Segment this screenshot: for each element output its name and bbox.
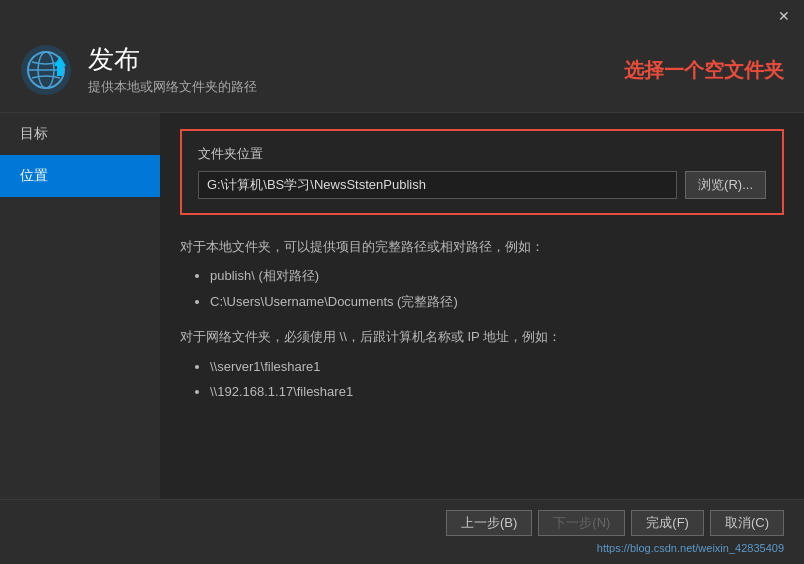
folder-input-row: 浏览(R)... xyxy=(198,171,766,199)
footer-buttons: 上一步(B) 下一步(N) 完成(F) 取消(C) xyxy=(446,510,784,536)
info-section: 对于本地文件夹，可以提供项目的完整路径或相对路径，例如： publish\ (相… xyxy=(180,235,784,403)
close-button[interactable]: ✕ xyxy=(772,4,796,28)
publish-dialog: ✕ 发布 提供本地或网络文件夹的路径 选择一个空文件夹 目标 xyxy=(0,0,804,564)
sidebar-item-target[interactable]: 目标 xyxy=(0,113,160,155)
prev-button[interactable]: 上一步(B) xyxy=(446,510,532,536)
footer-link[interactable]: https://blog.csdn.net/weixin_42835409 xyxy=(597,542,784,554)
cancel-button[interactable]: 取消(C) xyxy=(710,510,784,536)
header-text: 发布 提供本地或网络文件夹的路径 xyxy=(88,44,257,95)
folder-location-box: 文件夹位置 浏览(R)... xyxy=(180,129,784,215)
list-item: C:\Users\Username\Documents (完整路径) xyxy=(210,290,784,313)
dialog-footer: 上一步(B) 下一步(N) 完成(F) 取消(C) https://blog.c… xyxy=(0,499,804,564)
title-bar: ✕ xyxy=(0,0,804,32)
hint-text: 选择一个空文件夹 xyxy=(624,57,784,84)
finish-button[interactable]: 完成(F) xyxy=(631,510,704,536)
network-file-desc: 对于网络文件夹，必须使用 \\，后跟计算机名称或 IP 地址，例如： xyxy=(180,325,784,348)
browse-button[interactable]: 浏览(R)... xyxy=(685,171,766,199)
folder-location-label: 文件夹位置 xyxy=(198,145,766,163)
globe-icon xyxy=(20,44,72,96)
local-file-desc: 对于本地文件夹，可以提供项目的完整路径或相对路径，例如： xyxy=(180,235,784,258)
dialog-header: 发布 提供本地或网络文件夹的路径 选择一个空文件夹 xyxy=(0,32,804,112)
svg-rect-5 xyxy=(57,66,63,76)
list-item: \\192.168.1.17\fileshare1 xyxy=(210,380,784,403)
list-item: \\server1\fileshare1 xyxy=(210,355,784,378)
next-button[interactable]: 下一步(N) xyxy=(538,510,625,536)
sidebar: 目标 位置 xyxy=(0,113,160,499)
folder-path-input[interactable] xyxy=(198,171,677,199)
dialog-title: 发布 xyxy=(88,44,257,75)
list-item: publish\ (相对路径) xyxy=(210,264,784,287)
main-content: 文件夹位置 浏览(R)... 对于本地文件夹，可以提供项目的完整路径或相对路径，… xyxy=(160,113,804,499)
dialog-subtitle: 提供本地或网络文件夹的路径 xyxy=(88,78,257,96)
network-examples-list: \\server1\fileshare1 \\192.168.1.17\file… xyxy=(180,355,784,404)
local-examples-list: publish\ (相对路径) C:\Users\Username\Docume… xyxy=(180,264,784,313)
sidebar-item-location[interactable]: 位置 xyxy=(0,155,160,197)
dialog-body: 目标 位置 文件夹位置 浏览(R)... 对于本地文件夹，可以提供项目的完整路径… xyxy=(0,113,804,499)
